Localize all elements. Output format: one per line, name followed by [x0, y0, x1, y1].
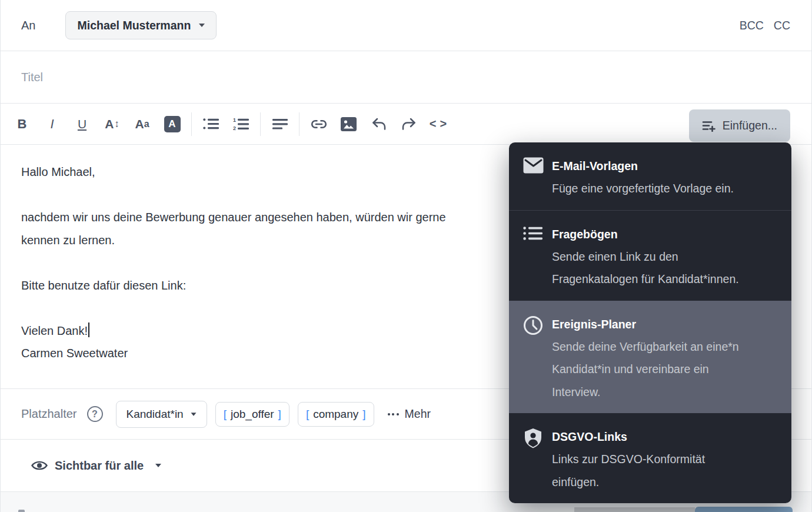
- menu-item-title: E-Mail-Vorlagen: [552, 155, 734, 177]
- text-caret: [88, 323, 89, 337]
- code-view-button[interactable]: <>: [424, 111, 454, 137]
- undo-button[interactable]: [364, 111, 394, 137]
- svg-text:1: 1: [233, 117, 236, 123]
- ellipsis-icon: [388, 413, 399, 415]
- menu-item-title: DSGVO-Links: [552, 425, 705, 448]
- italic-button[interactable]: I: [37, 111, 67, 137]
- visibility-label: Sichtbar für alle: [55, 459, 144, 473]
- chevron-down-icon[interactable]: [155, 464, 161, 467]
- text-color-icon: A: [164, 116, 181, 132]
- placeholder-chip-company[interactable]: [ company ]: [298, 402, 374, 427]
- chevron-down-icon: [199, 24, 205, 27]
- secondary-button-partial[interactable]: [574, 507, 695, 512]
- numbered-list-button[interactable]: 1 2: [226, 111, 256, 137]
- menu-item-title: Ereignis-Planer: [552, 313, 739, 335]
- clock-icon: [523, 313, 544, 404]
- recipient-name: Michael Mustermann: [77, 19, 191, 32]
- subject-row: [1, 51, 811, 104]
- shield-user-icon: [523, 425, 544, 493]
- eye-icon: [31, 460, 48, 471]
- to-label: An: [21, 19, 35, 32]
- toolbar-divider: [299, 112, 299, 136]
- insert-lines-plus-icon: [702, 120, 716, 132]
- bullet-list-button[interactable]: [196, 111, 226, 137]
- insert-button[interactable]: Einfügen...: [689, 109, 790, 142]
- align-left-icon: [272, 118, 288, 131]
- undo-icon: [372, 118, 386, 131]
- bold-button[interactable]: B: [7, 111, 37, 137]
- attachment-icon[interactable]: [18, 510, 25, 512]
- menu-item-email-templates[interactable]: E-Mail-Vorlagen Füge eine vorgefertigte …: [509, 142, 791, 210]
- help-icon[interactable]: ?: [87, 406, 103, 422]
- recipient-select[interactable]: Michael Mustermann: [65, 11, 217, 39]
- menu-item-description: Füge eine vorgefertigte Vorlage ein.: [552, 177, 734, 200]
- toolbar-divider: [191, 112, 192, 136]
- insert-dropdown-menu: E-Mail-Vorlagen Füge eine vorgefertigte …: [509, 142, 791, 503]
- recipient-row: An Michael Mustermann BCC CC: [1, 0, 811, 51]
- email-composer: An Michael Mustermann BCC CC B I U A ↕ A…: [0, 0, 812, 512]
- formatting-toolbar: B I U A ↕ Aa A 1 2: [1, 104, 811, 145]
- numbered-list-icon: 1 2: [233, 117, 249, 131]
- toolbar-divider: [260, 112, 261, 136]
- menu-item-dsgvo-links[interactable]: DSGVO-Links Links zur DSGVO-Konformität …: [509, 413, 791, 503]
- redo-button[interactable]: [394, 111, 424, 137]
- font-family-button[interactable]: Aa: [127, 111, 157, 137]
- svg-text:2: 2: [233, 125, 236, 131]
- menu-item-description: Links zur DSGVO-Konformität einfügen.: [552, 448, 705, 493]
- link-button[interactable]: [304, 111, 334, 137]
- bullet-list-icon: [203, 117, 219, 131]
- code-icon: <: [430, 117, 438, 131]
- questionnaire-list-icon: [523, 223, 544, 291]
- send-button-partial[interactable]: [695, 507, 793, 512]
- cc-bcc-group: BCC CC: [740, 19, 790, 32]
- redo-icon: [402, 118, 416, 131]
- text-color-button[interactable]: A: [157, 111, 187, 137]
- up-down-arrow-icon: ↕: [114, 118, 119, 130]
- image-button[interactable]: [334, 111, 364, 137]
- align-button[interactable]: [265, 111, 295, 137]
- placeholder-category-select[interactable]: Kandidat*in: [116, 401, 207, 428]
- menu-item-description: Sende einen Link zu den Fragenkatalogen …: [552, 245, 739, 291]
- subject-input[interactable]: [21, 71, 791, 84]
- bcc-button[interactable]: BCC: [740, 19, 764, 32]
- menu-item-event-planner[interactable]: Ereignis-Planer Sende deine Verfügbarkei…: [509, 301, 791, 414]
- cc-button[interactable]: CC: [774, 19, 790, 32]
- menu-item-description: Sende deine Verfügbarkeit an eine*n Kand…: [552, 335, 739, 404]
- chevron-down-icon: [191, 413, 196, 415]
- placeholder-chip-job-offer[interactable]: [ job_offer ]: [215, 402, 289, 427]
- menu-item-title: Fragebögen: [552, 223, 739, 245]
- mail-icon: [523, 155, 544, 200]
- font-size-button[interactable]: A ↕: [97, 111, 127, 137]
- link-icon: [311, 119, 327, 129]
- placeholder-label: Platzhalter: [21, 407, 77, 421]
- underline-button[interactable]: U: [67, 111, 97, 137]
- image-icon: [341, 117, 357, 131]
- more-placeholders-button[interactable]: Mehr: [388, 407, 431, 421]
- menu-item-questionnaires[interactable]: Fragebögen Sende einen Link zu den Frage…: [509, 210, 791, 301]
